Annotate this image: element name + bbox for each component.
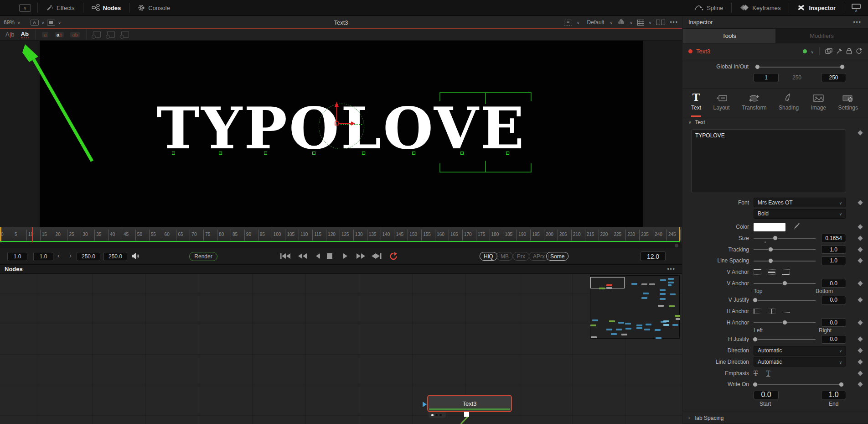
tab-layout[interactable]: Layout [713, 92, 730, 117]
v-justify-slider[interactable] [754, 297, 816, 303]
keyframe-diamond[interactable] [858, 382, 863, 387]
node-enable-dot[interactable] [803, 49, 807, 53]
keyframe-diamond[interactable] [858, 320, 863, 325]
play-reverse-button[interactable] [315, 253, 321, 261]
write-on-start-field[interactable]: 0.0 [754, 391, 779, 399]
keyframe-diamond[interactable] [858, 337, 863, 342]
keyframe-diamond[interactable] [858, 224, 863, 229]
node-input-triangle[interactable] [423, 402, 427, 407]
line-spacing-slider[interactable] [754, 258, 816, 264]
audio-mute-button[interactable] [131, 252, 140, 261]
eyedropper-icon[interactable] [794, 223, 801, 231]
text-baseline-handle[interactable] [506, 152, 509, 155]
text-baseline-handle[interactable] [172, 152, 175, 155]
step-size-field[interactable]: 1.0 [33, 252, 53, 261]
tab-settings[interactable]: Settings [838, 92, 858, 117]
viewer-options-menu[interactable]: ••• [670, 19, 678, 26]
text-baseline-handle[interactable] [362, 152, 365, 155]
font-family-dropdown[interactable]: Mrs Eaves OT [754, 198, 846, 207]
color-channel-icon[interactable] [47, 20, 55, 26]
keyframe-diamond[interactable] [858, 131, 863, 136]
dual-viewer-icon[interactable] [656, 20, 665, 25]
tab-image[interactable]: Image [811, 92, 826, 117]
lock-icon[interactable] [846, 48, 852, 54]
spline-button[interactable]: Spline [686, 0, 731, 16]
h-justify-slider[interactable] [754, 336, 816, 342]
keyframe-diamond[interactable] [858, 298, 863, 303]
playback-speed-field[interactable]: 1.0 [7, 252, 27, 261]
chevron-down-icon[interactable] [811, 47, 814, 55]
keyframe-diamond[interactable] [858, 200, 863, 205]
v-anchor-field[interactable]: 0.0 [821, 279, 846, 288]
timeline-scrollbar[interactable] [0, 242, 682, 248]
text-cursor-tool[interactable]: A|b [5, 31, 15, 38]
h-anchor-center-button[interactable] [768, 309, 775, 314]
layout-toggle-button[interactable]: ∧ [852, 4, 861, 12]
tab-spacing-section-header[interactable]: › Tab Spacing [683, 412, 868, 424]
render-button[interactable]: Render [189, 252, 217, 261]
text-baseline-handle[interactable] [219, 152, 222, 155]
tab-tools[interactable]: Tools [683, 29, 775, 43]
chevron-down-icon[interactable] [41, 19, 45, 26]
pin-icon[interactable] [836, 48, 842, 54]
text-baseline-handle[interactable] [412, 152, 415, 155]
chevron-down-icon[interactable] [577, 19, 580, 26]
scrollbar-nub[interactable] [675, 244, 678, 247]
v-justify-field[interactable]: 0.0 [821, 296, 846, 304]
play-button[interactable] [342, 253, 349, 261]
text-baseline-handle[interactable] [460, 152, 464, 155]
text3-node[interactable]: Text3 [427, 395, 512, 412]
size-slider[interactable] [754, 235, 816, 241]
tab-shading[interactable]: Shading [779, 92, 799, 117]
size-field[interactable]: 0.1654 [821, 234, 846, 242]
v-anchor-top-button[interactable] [754, 269, 761, 275]
rotation-gizmo-circle[interactable] [319, 104, 364, 149]
strikethrough-button[interactable]: T [754, 370, 758, 377]
global-out-field[interactable]: 250 [821, 73, 846, 82]
color-wheels-icon[interactable] [617, 18, 625, 26]
write-on-slider[interactable] [754, 382, 843, 387]
v-anchor-slider[interactable] [754, 280, 816, 286]
keyframes-button[interactable]: Keyframes [732, 0, 789, 16]
v-anchor-middle-button[interactable] [768, 269, 775, 275]
keyframe-diamond[interactable] [858, 371, 863, 376]
chevron-down-icon[interactable] [630, 19, 633, 26]
underline-button[interactable]: T [766, 370, 770, 377]
goto-end-button[interactable] [371, 253, 382, 261]
node-graph[interactable]: Text3 [0, 274, 682, 424]
inspector-options-menu[interactable]: ••• [853, 19, 862, 26]
font-weight-dropdown[interactable]: Bold [754, 209, 846, 219]
range-in-field[interactable]: 250.0 [77, 252, 100, 261]
char-style-a-button[interactable]: a [42, 32, 48, 37]
direction-dropdown[interactable]: Automatic [754, 346, 846, 356]
quality-hiq-button[interactable]: HiQ [480, 252, 497, 261]
fast-forward-button[interactable] [355, 253, 366, 261]
keyframe-diamond[interactable] [858, 236, 863, 241]
zoom-level-dropdown[interactable]: 69% [4, 19, 15, 26]
insert-node-after-icon[interactable] [107, 31, 115, 38]
chevron-down-icon[interactable] [58, 19, 61, 26]
ui-switcher-button[interactable] [19, 4, 31, 12]
viewer-canvas[interactable]: TYPOLOVE [40, 41, 643, 227]
keyframe-diamond[interactable] [858, 359, 863, 364]
tab-modifiers[interactable]: Modifiers [775, 29, 868, 43]
chevron-down-icon[interactable] [17, 19, 21, 26]
h-justify-field[interactable]: 0.0 [821, 335, 846, 344]
insert-node-branch-icon[interactable] [121, 31, 129, 38]
node-output-square[interactable] [464, 412, 469, 417]
chevron-down-icon[interactable] [649, 19, 652, 26]
nodes-options-menu[interactable]: ••• [667, 266, 676, 272]
node-graph-minimap[interactable] [590, 275, 680, 339]
tracking-slider[interactable] [754, 246, 816, 252]
h-anchor-right-button[interactable] [782, 312, 790, 313]
nodes-button[interactable]: Nodes [83, 0, 129, 16]
tab-text[interactable]: T Text [691, 92, 701, 117]
h-anchor-slider[interactable] [754, 319, 816, 325]
node-view-dots[interactable] [429, 412, 446, 418]
quality-some-button[interactable]: Some [546, 252, 568, 261]
channel-a-icon[interactable]: A [31, 20, 39, 26]
timeline-ruler[interactable]: 0510152025303540455055606570758085909510… [0, 227, 682, 242]
quality-prx-button[interactable]: Prx [513, 252, 529, 261]
char-style-ab-outline-button[interactable]: ab [70, 32, 79, 37]
fps-display[interactable]: 12.0 [641, 251, 666, 261]
